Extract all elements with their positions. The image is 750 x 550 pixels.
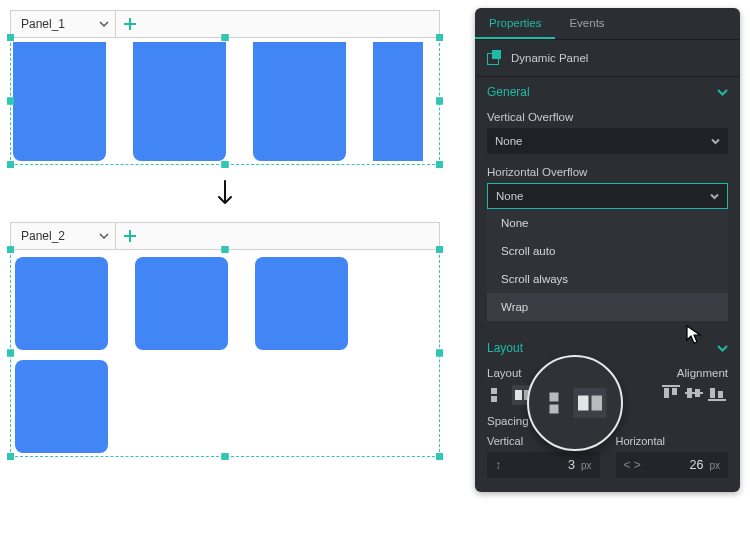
panel-body[interactable] [10,38,440,165]
panel-state-select[interactable]: Panel_1 [11,11,116,37]
overflow-option-none[interactable]: None [487,209,728,237]
spacing-vertical-value: 3 [568,458,575,472]
overflow-option-scroll-auto[interactable]: Scroll auto [487,237,728,265]
panel-header: Panel_1 [10,10,440,38]
field-label: Horizontal Overflow [487,166,728,178]
spacing-vertical-input[interactable]: ↕ 3 px [487,452,600,478]
svg-rect-1 [664,388,669,398]
panel-state-name: Panel_1 [21,17,99,31]
panel-state-select[interactable]: Panel_2 [11,223,116,249]
horizontal-arrows-icon: < > [624,458,641,472]
spacing-row: Vertical ↕ 3 px Horizontal < > 26 px [475,431,740,492]
element-title: Dynamic Panel [511,52,588,64]
shape-rect[interactable] [253,42,346,161]
field-label: Vertical Overflow [487,111,728,123]
shape-rect[interactable] [15,360,108,453]
field-horizontal-overflow: Horizontal Overflow None None Scroll aut… [475,166,740,333]
mouse-cursor-icon [686,325,702,345]
panel-tabs: Properties Events [475,8,740,40]
spacing-unit: px [709,460,720,471]
shape-rect[interactable] [255,257,348,350]
spacing-horizontal-value: 26 [690,458,704,472]
align-middle-button[interactable] [685,385,705,403]
vertical-overflow-select[interactable]: None [487,128,728,154]
panel-state-name: Panel_2 [21,229,99,243]
shape-rect[interactable] [15,257,108,350]
layout-vertical-button-zoom [544,388,577,418]
add-panel-state-button[interactable] [116,229,144,243]
shape-rect[interactable] [373,42,423,161]
spacing-unit: px [581,460,592,471]
panel-1: Panel_1 [10,10,440,165]
svg-rect-4 [687,388,692,398]
shape-rect[interactable] [13,42,106,161]
zoom-highlight [527,355,623,451]
arrow-down-icon [10,179,440,210]
shape-rect[interactable] [135,257,228,350]
layout-horizontal-button-zoom [574,388,607,418]
svg-rect-6 [708,399,726,401]
shape-rect[interactable] [133,42,226,161]
spacing-horizontal: Horizontal < > 26 px [616,435,729,478]
overflow-option-scroll-always[interactable]: Scroll always [487,265,728,293]
svg-rect-7 [710,388,715,398]
svg-rect-0 [662,385,680,387]
horizontal-overflow-select[interactable]: None [487,183,728,209]
spacing-horizontal-label: Horizontal [616,435,729,447]
tab-events[interactable]: Events [555,8,618,39]
dynamic-panel-icon [487,50,503,66]
alignment-legend: Alignment [623,367,729,379]
alignment-icons [623,385,729,403]
canvas-area: Panel_1 Panel_2 [10,10,440,457]
svg-rect-5 [695,389,700,397]
vertical-arrows-icon: ↕ [495,458,501,472]
field-vertical-overflow: Vertical Overflow None [475,107,740,166]
panel-body[interactable] [10,250,440,457]
align-top-button[interactable] [662,385,682,403]
overflow-option-wrap[interactable]: Wrap [487,293,728,321]
tab-properties[interactable]: Properties [475,8,555,39]
align-bottom-button[interactable] [708,385,728,403]
alignment-column: Alignment [623,367,729,405]
svg-rect-2 [672,388,677,395]
spacing-horizontal-input[interactable]: < > 26 px [616,452,729,478]
panel-header: Panel_2 [10,222,440,250]
add-panel-state-button[interactable] [116,17,144,31]
overflow-dropdown: None Scroll auto Scroll always Wrap [487,209,728,321]
section-general[interactable]: General [475,77,740,107]
element-title-row: Dynamic Panel [475,40,740,77]
svg-rect-8 [718,391,723,398]
panel-2: Panel_2 [10,222,440,457]
layout-vertical-button[interactable] [487,385,509,405]
